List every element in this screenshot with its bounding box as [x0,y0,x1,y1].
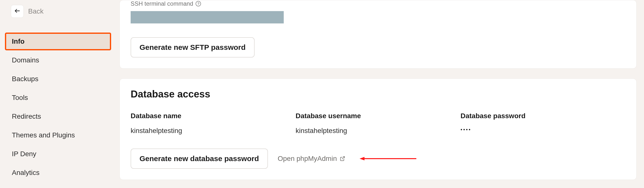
generate-sftp-password-button[interactable]: Generate new SFTP password [131,37,254,57]
sidebar-item-label: Info [12,37,24,45]
back-label[interactable]: Back [28,7,44,15]
database-username-value: kinstahelptesting [296,127,460,135]
database-password-column: Database password •••• [460,112,626,135]
sidebar-nav: Info Domains Backups Tools Redirects The… [5,32,111,188]
sidebar-item-tools[interactable]: Tools [5,89,111,107]
database-username-column: Database username kinstahelptesting [296,112,460,135]
ssh-command-label: SSH terminal command [131,0,193,7]
generate-db-password-button[interactable]: Generate new database password [131,149,268,169]
ssh-command-redacted [131,11,284,23]
svg-line-1 [342,157,344,159]
ssh-label-row: SSH terminal command ? [131,0,626,7]
link-label: Open phpMyAdmin [278,155,337,163]
sidebar-item-cdn[interactable]: CDN [5,183,111,188]
button-label: Generate new SFTP password [140,43,246,52]
svg-marker-3 [360,157,364,160]
external-link-icon [340,156,345,161]
database-name-value: kinstahelptesting [131,127,296,135]
button-label: Generate new database password [140,155,259,163]
sidebar-item-ip-deny[interactable]: IP Deny [5,145,111,163]
sidebar-item-label: Backups [12,75,38,83]
sidebar-item-themes-plugins[interactable]: Themes and Plugins [5,126,111,144]
database-username-label: Database username [296,112,460,120]
back-button[interactable] [11,5,24,18]
database-name-column: Database name kinstahelptesting [131,112,296,135]
database-access-card: Database access Database name kinstahelp… [120,78,636,180]
open-phpmyadmin-link[interactable]: Open phpMyAdmin [278,155,346,163]
database-access-title: Database access [131,89,626,100]
sidebar-item-label: Domains [12,56,39,64]
sidebar-item-label: Redirects [12,113,41,120]
sidebar-item-label: Themes and Plugins [12,131,75,139]
back-button-row: Back [5,5,111,18]
sidebar: Back Info Domains Backups Tools Redirect… [0,0,116,188]
sidebar-item-info[interactable]: Info [5,32,111,50]
sidebar-item-label: Tools [12,94,28,101]
database-password-label: Database password [460,112,626,120]
database-password-value: •••• [460,127,626,133]
sidebar-item-backups[interactable]: Backups [5,70,111,88]
sidebar-item-analytics[interactable]: Analytics [5,164,111,182]
annotation-arrow-icon [360,156,416,161]
sidebar-item-redirects[interactable]: Redirects [5,108,111,125]
sidebar-item-label: Analytics [12,169,40,177]
sidebar-item-domains[interactable]: Domains [5,51,111,69]
database-action-row: Generate new database password Open phpM… [131,149,626,169]
help-icon[interactable]: ? [196,1,201,6]
ssh-card: SSH terminal command ? Generate new SFTP… [120,0,636,69]
database-grid: Database name kinstahelptesting Database… [131,112,626,135]
database-name-label: Database name [131,112,296,120]
arrow-left-icon [14,8,20,15]
sidebar-item-label: IP Deny [12,150,36,158]
main-content: SSH terminal command ? Generate new SFTP… [116,0,644,188]
